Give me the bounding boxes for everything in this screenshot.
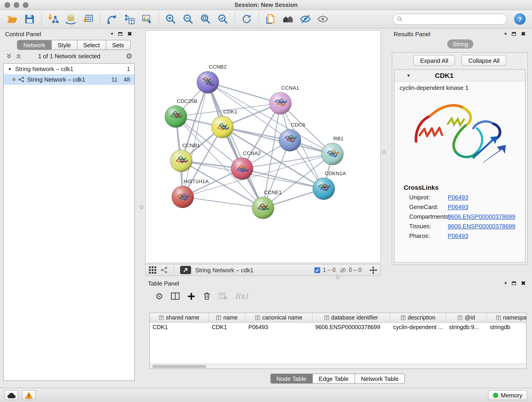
tree-expander-icon[interactable]: ▼: [8, 67, 12, 71]
network-canvas[interactable]: CCNB2CCNA1CDC25BCDK1CDC6RB1CCNB1CCNA2CDK…: [145, 30, 381, 263]
results-tab-string[interactable]: String: [447, 39, 474, 49]
network-from-table-button[interactable]: [122, 12, 137, 27]
navigator-button[interactable]: [180, 266, 191, 274]
column-header[interactable]: namespace: [487, 313, 526, 322]
expand-all-button[interactable]: Expand All: [413, 55, 455, 66]
panel-float-icon[interactable]: [512, 281, 516, 285]
table-cell[interactable]: stringdb:9...: [446, 323, 487, 332]
column-header[interactable]: @id: [446, 313, 487, 322]
tab-style[interactable]: Style: [51, 40, 77, 50]
search-input[interactable]: [405, 16, 503, 22]
column-header[interactable]: name: [209, 313, 246, 322]
network-node[interactable]: [279, 129, 301, 151]
network-node[interactable]: [252, 197, 274, 219]
panel-close-icon[interactable]: ✖: [521, 281, 526, 286]
grid-icon[interactable]: [149, 266, 156, 274]
delete-table-icon[interactable]: [219, 293, 227, 300]
move-icon[interactable]: [369, 266, 377, 274]
panel-float-icon[interactable]: [118, 32, 122, 36]
network-row[interactable]: String Network – cdk1 11 48: [4, 74, 134, 85]
table-cell[interactable]: P06493: [246, 323, 312, 332]
new-network-button[interactable]: [104, 12, 120, 27]
splitter-handle[interactable]: [382, 150, 386, 154]
function-builder-icon[interactable]: f(x): [235, 292, 248, 300]
maximize-window-button[interactable]: [23, 2, 28, 8]
zoom-in-button[interactable]: [163, 12, 178, 27]
trash-icon[interactable]: [203, 292, 211, 300]
warnings-button[interactable]: [22, 390, 36, 400]
network-edge[interactable]: [208, 82, 280, 103]
tab-network-table[interactable]: Network Table: [355, 374, 404, 383]
network-node[interactable]: [322, 143, 343, 165]
checkbox-icon[interactable]: [315, 267, 321, 273]
network-node[interactable]: [313, 178, 335, 200]
horizontal-scrollbar[interactable]: [150, 364, 526, 369]
network-edge[interactable]: [183, 197, 263, 208]
splitter-handle[interactable]: [140, 205, 143, 209]
column-header[interactable]: database identifier: [312, 313, 390, 322]
column-header[interactable]: canonical name: [246, 313, 312, 322]
panel-collapse-icon[interactable]: ▾: [505, 281, 507, 286]
hide-graphics-details-button[interactable]: [298, 12, 313, 27]
network-node[interactable]: [231, 158, 253, 180]
network-node[interactable]: [211, 116, 234, 138]
column-header[interactable]: shared name: [150, 313, 209, 322]
crosslink-link[interactable]: 9606.ENSP00000378699: [448, 213, 515, 220]
apply-layout-button[interactable]: [239, 12, 254, 27]
entry-expander-icon[interactable]: ▼: [406, 73, 411, 78]
network-edge[interactable]: [208, 82, 263, 208]
table-cell[interactable]: CDK1: [209, 323, 246, 332]
add-column-icon[interactable]: [187, 292, 195, 300]
crosslink-link[interactable]: P06493: [448, 194, 468, 201]
import-network-file-button[interactable]: [46, 12, 61, 27]
crosslink-link[interactable]: P06493: [448, 204, 468, 211]
network-collection-row[interactable]: ▼ String Network – cdk1 1: [4, 64, 134, 74]
tab-sets[interactable]: Sets: [106, 40, 130, 50]
panel-collapse-icon[interactable]: ▾: [505, 32, 507, 36]
table-row[interactable]: CDK1CDK1P064939606.ENSP00000378699cyclin…: [150, 323, 526, 332]
panel-close-icon[interactable]: ✖: [521, 31, 526, 37]
tab-edge-table[interactable]: Edge Table: [313, 374, 355, 383]
eye-slash-small-icon[interactable]: [340, 267, 346, 274]
scrollbar-thumb[interactable]: [152, 365, 206, 368]
crosslink-link[interactable]: P06493: [448, 232, 468, 239]
zoom-out-button[interactable]: [181, 12, 196, 27]
save-session-button[interactable]: [22, 12, 37, 27]
home-button[interactable]: [280, 12, 296, 27]
panel-float-icon[interactable]: [512, 32, 516, 36]
table-cell[interactable]: stringdb: [487, 323, 526, 332]
table-cell[interactable]: 9606.ENSP00000378699: [312, 323, 390, 332]
document-button[interactable]: [263, 12, 278, 27]
cloud-button[interactable]: [5, 390, 18, 400]
panel-collapse-icon[interactable]: ▾: [111, 32, 113, 36]
gear-icon[interactable]: ⚙: [126, 51, 133, 60]
column-header[interactable]: description: [390, 313, 446, 322]
close-window-button[interactable]: [5, 2, 10, 8]
network-graph[interactable]: CCNB2CCNA1CDC25BCDK1CDC6RB1CCNB1CCNA2CDK…: [146, 31, 380, 263]
import-network-database-button[interactable]: [63, 12, 78, 27]
collapse-all-button[interactable]: Collapse All: [462, 55, 507, 66]
zoom-selected-button[interactable]: [215, 12, 230, 27]
zoom-fit-button[interactable]: [198, 12, 213, 27]
table-cell[interactable]: cyclin-dependent ...: [390, 323, 446, 332]
minimize-window-button[interactable]: [14, 2, 19, 8]
export-image-button[interactable]: [139, 12, 154, 27]
network-node[interactable]: [172, 186, 194, 208]
network-node[interactable]: [171, 150, 192, 172]
crosslink-link[interactable]: 9606.ENSP00000378699: [448, 223, 515, 230]
table-settings-gear-icon[interactable]: ⚙: [155, 291, 163, 301]
network-node[interactable]: [269, 92, 291, 114]
memory-button[interactable]: Memory: [488, 390, 527, 400]
import-table-button[interactable]: [81, 12, 96, 27]
network-node[interactable]: [197, 71, 219, 93]
tab-network[interactable]: Network: [17, 40, 51, 50]
columns-icon[interactable]: [171, 293, 180, 300]
panel-close-icon[interactable]: ✖: [127, 31, 132, 37]
help-button[interactable]: ?: [514, 13, 526, 25]
tab-select[interactable]: Select: [77, 40, 106, 50]
share-network-icon[interactable]: [160, 266, 168, 274]
show-graphics-details-button[interactable]: [315, 12, 330, 27]
open-session-button[interactable]: [5, 12, 20, 27]
tab-node-table[interactable]: Node Table: [270, 374, 313, 383]
table-cell[interactable]: CDK1: [150, 323, 209, 332]
